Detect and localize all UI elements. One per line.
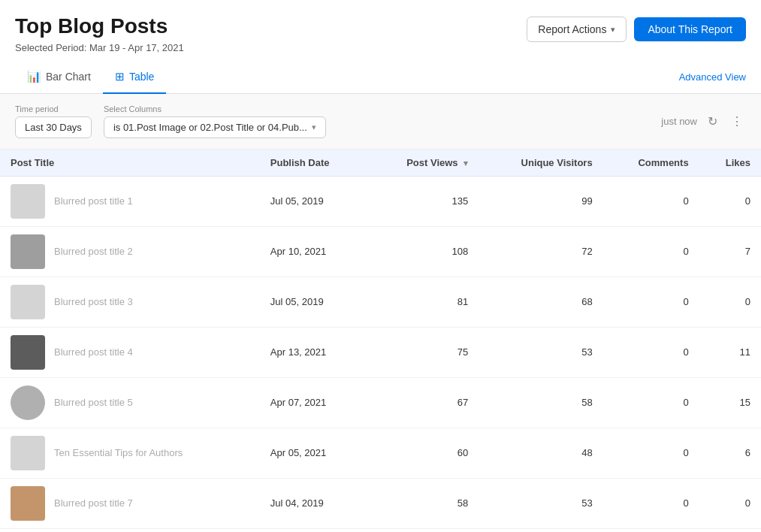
comments-cell: 0 (603, 226, 699, 277)
post-title-text[interactable]: Blurred post title 2 (54, 246, 133, 257)
columns-label: Select Columns (104, 104, 326, 113)
unique-visitors-cell: 72 (479, 226, 603, 277)
table-row: Blurred post title 1Jul 05, 20191359900 (0, 176, 761, 226)
table-row: Blurred post title 3Jul 05, 2019816800 (0, 277, 761, 327)
publish-date-cell: Apr 07, 2021 (260, 377, 367, 428)
time-period-label: Time period (15, 104, 92, 113)
bar-chart-icon: 📊 (27, 70, 41, 83)
post-thumbnail (11, 486, 45, 521)
table-row: Blurred post title 4Apr 13, 20217553011 (0, 327, 761, 377)
likes-cell: 0 (699, 478, 761, 528)
table-container: Post Title Publish Date Post Views ▾ Uni… (0, 150, 761, 532)
post-views-cell: 75 (367, 327, 479, 377)
comments-cell: 0 (603, 478, 699, 528)
table-icon: ⊞ (115, 70, 125, 83)
col-header-unique-visitors: Unique Visitors (479, 150, 603, 177)
chevron-down-icon: ▾ (611, 25, 615, 35)
filters-row: Time period Last 30 Days Select Columns … (0, 94, 761, 150)
likes-cell: 6 (699, 428, 761, 478)
post-thumbnail (11, 335, 45, 370)
tab-table[interactable]: ⊞ Table (103, 61, 166, 94)
post-cell: Blurred post title 2 (11, 234, 249, 269)
unique-visitors-cell: 53 (479, 327, 603, 377)
comments-cell: 0 (603, 428, 699, 478)
likes-cell: 7 (699, 226, 761, 277)
post-title-text[interactable]: Blurred post title 4 (54, 346, 133, 358)
post-thumbnail (11, 436, 45, 470)
post-cell: Blurred post title 4 (11, 335, 249, 370)
likes-cell: 0 (699, 277, 761, 327)
post-title-text[interactable]: Blurred post title 3 (54, 296, 133, 307)
post-views-cell: 108 (367, 226, 479, 277)
post-title-cell: Blurred post title 5 (0, 377, 260, 428)
publish-date-cell: Mar 31, 2021 (260, 528, 367, 532)
selected-period: Selected Period: Mar 19 - Apr 17, 2021 (15, 42, 184, 53)
post-title-text[interactable]: Blurred post title 1 (54, 195, 133, 207)
unique-visitors-cell: 99 (479, 176, 603, 226)
filters-right: just now ↻ ⋮ (661, 113, 746, 130)
likes-cell: 15 (699, 377, 761, 428)
unique-visitors-cell: 68 (479, 277, 603, 327)
post-thumbnail (11, 385, 45, 420)
post-views-cell: 58 (367, 478, 479, 528)
table-row: Blurred post title 8Mar 31, 2021565204 (0, 528, 761, 532)
columns-button[interactable]: is 01.Post Image or 02.Post Title or 04.… (104, 116, 326, 138)
header-right: Report Actions ▾ About This Report (527, 14, 746, 42)
unique-visitors-cell: 53 (479, 478, 603, 528)
publish-date-cell: Apr 05, 2021 (260, 428, 367, 478)
publish-date-cell: Jul 04, 2019 (260, 478, 367, 528)
post-title-cell: Ten Essential Tips for Authors (0, 428, 260, 478)
col-header-comments: Comments (603, 150, 699, 177)
post-views-cell: 56 (367, 528, 479, 532)
unique-visitors-cell: 52 (479, 528, 603, 532)
table-row: Blurred post title 2Apr 10, 20211087207 (0, 226, 761, 277)
publish-date-cell: Apr 10, 2021 (260, 226, 367, 277)
tab-bar-chart[interactable]: 📊 Bar Chart (15, 61, 103, 94)
refresh-button[interactable]: ↻ (705, 113, 720, 130)
comments-cell: 0 (603, 277, 699, 327)
post-cell: Ten Essential Tips for Authors (11, 436, 249, 470)
post-title-cell: Blurred post title 3 (0, 277, 260, 327)
tabs-bar: 📊 Bar Chart ⊞ Table Advanced View (0, 61, 761, 94)
publish-date-cell: Jul 05, 2019 (260, 277, 367, 327)
refresh-time: just now (661, 116, 697, 127)
col-header-post-views: Post Views ▾ (367, 150, 479, 177)
post-cell: Blurred post title 5 (11, 385, 249, 420)
advanced-view-link[interactable]: Advanced View (679, 71, 746, 83)
publish-date-cell: Apr 13, 2021 (260, 327, 367, 377)
post-views-cell: 81 (367, 277, 479, 327)
tabs-left: 📊 Bar Chart ⊞ Table (15, 61, 166, 93)
chevron-down-icon: ▾ (312, 122, 316, 132)
comments-cell: 0 (603, 176, 699, 226)
blog-posts-table: Post Title Publish Date Post Views ▾ Uni… (0, 150, 761, 532)
post-title-cell: Blurred post title 8 (0, 528, 260, 532)
col-header-likes: Likes (699, 150, 761, 177)
likes-cell: 0 (699, 176, 761, 226)
time-period-button[interactable]: Last 30 Days (15, 116, 92, 138)
unique-visitors-cell: 48 (479, 428, 603, 478)
publish-date-cell: Jul 05, 2019 (260, 176, 367, 226)
comments-cell: 0 (603, 528, 699, 532)
post-title-text[interactable]: Blurred post title 7 (54, 497, 133, 509)
col-header-post-title: Post Title (0, 150, 260, 177)
likes-cell: 4 (699, 528, 761, 532)
post-title-cell: Blurred post title 2 (0, 226, 260, 277)
post-title-cell: Blurred post title 4 (0, 327, 260, 377)
post-title-text[interactable]: Blurred post title 5 (54, 397, 133, 408)
post-thumbnail (11, 184, 45, 219)
post-views-cell: 135 (367, 176, 479, 226)
comments-cell: 0 (603, 377, 699, 428)
about-this-report-button[interactable]: About This Report (634, 17, 746, 41)
sort-icon: ▾ (464, 159, 468, 168)
post-cell: Blurred post title 7 (11, 486, 249, 521)
post-title-cell: Blurred post title 7 (0, 478, 260, 528)
more-options-button[interactable]: ⋮ (728, 113, 746, 130)
columns-filter: Select Columns is 01.Post Image or 02.Po… (104, 104, 326, 138)
post-cell: Blurred post title 3 (11, 285, 249, 319)
report-actions-button[interactable]: Report Actions ▾ (527, 17, 627, 42)
unique-visitors-cell: 58 (479, 377, 603, 428)
post-thumbnail (11, 234, 45, 269)
post-title-text[interactable]: Ten Essential Tips for Authors (54, 447, 183, 458)
table-row: Blurred post title 7Jul 04, 2019585300 (0, 478, 761, 528)
page-header: Top Blog Posts Selected Period: Mar 19 -… (0, 0, 761, 61)
